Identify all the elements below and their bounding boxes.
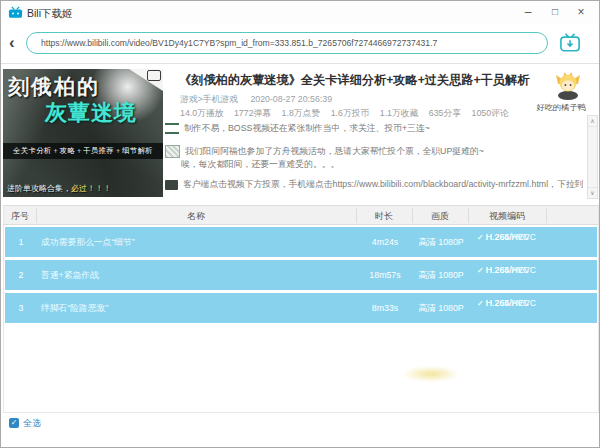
stat-coins: 1.6万投币 — [331, 108, 370, 118]
codec-h265: ✓H.265/HEVC — [477, 298, 486, 309]
description-line: 我们阳间阿福也参加了方舟视频活动，恳请大家帮忙投个票，全职UP挺难的~ — [165, 145, 583, 158]
stat-likes: 1.8万点赞 — [282, 108, 321, 118]
url-toolbar: ‹ https://www.bilibili.com/video/BV1Dy4y… — [1, 25, 599, 64]
thumbnail-logo-icon — [147, 70, 161, 81]
row-duration: 18m57s — [357, 270, 413, 280]
url-input[interactable]: https://www.bilibili.com/video/BV1Dy4y1C… — [26, 32, 548, 54]
codec-h265: ✓H.265/HEVC — [477, 232, 486, 243]
minimize-button[interactable]: – — [519, 4, 537, 20]
thumbnail-footer-left: 进阶单攻略合集， — [7, 184, 71, 193]
table-row[interactable]: 3 绊脚石“险路恶敌” 8m33s 高清 1080P ✓H.264/AVC ✓H… — [5, 293, 597, 323]
row-duration: 8m33s — [357, 303, 413, 313]
table-row[interactable]: 1 成功需要那么一点“细节” 4m24s 高清 1080P ✓H.264/AVC… — [5, 227, 597, 257]
video-category: 游戏>手机游戏 — [180, 94, 238, 104]
header-codec: 视频编码 — [468, 210, 546, 223]
video-meta: 游戏>手机游戏 2020-08-27 20:56:39 — [180, 94, 332, 106]
video-stats: 14.0万播放 1772弹幕 1.8万点赞 1.6万投币 1.1万收藏 635分… — [180, 108, 517, 120]
download-tv-icon[interactable] — [559, 33, 581, 53]
description-line: 唉，每次都阳间，还要一直难受的。。。 — [181, 159, 583, 171]
video-parts-table: 序号 名称 时长 画质 视频编码 1 成功需要那么一点“细节” 4m24s 高清… — [3, 205, 599, 413]
video-date: 2020-08-27 20:56:39 — [250, 94, 332, 104]
select-all-checkbox[interactable]: ✓ — [9, 418, 19, 428]
row-quality: 高清 1080P — [411, 270, 471, 282]
close-button[interactable]: × — [572, 4, 590, 20]
row-index: 2 — [5, 270, 37, 280]
stat-danmaku: 1772弹幕 — [234, 108, 271, 118]
table-row[interactable]: 2 普通+紧急作战 18m57s 高清 1080P ✓H.264/AVC ✓H.… — [5, 260, 597, 290]
maximize-button[interactable]: □ — [546, 4, 564, 20]
row-quality: 高清 1080P — [411, 303, 471, 315]
thumbnail-footer-right: 必过！！！ — [71, 184, 111, 193]
app-title: Bili下载姬 — [27, 7, 73, 21]
uploader-name: 好吃的橘子鸭 — [525, 102, 597, 113]
description-line: 客户端点击视频下方投票，手机端点击https://www.bilibili.co… — [165, 179, 583, 191]
select-all-label[interactable]: 全选 — [23, 417, 41, 430]
scroll-up-icon[interactable]: ∧ — [588, 116, 597, 127]
row-name: 成功需要那么一点“细节” — [41, 237, 341, 249]
url-text: https://www.bilibili.com/video/BV1Dy4y1C… — [41, 38, 537, 48]
stat-plays: 14.0万播放 — [180, 108, 224, 118]
description-line: 制作不易，BOSS视频还在紧张制作当中，求关注、投币+三连~ — [165, 123, 583, 135]
thumbnail-title-line1: 刻俄柏的 — [8, 73, 100, 101]
check-icon: ✓ — [477, 233, 484, 242]
table-header: 序号 名称 时长 画质 视频编码 — [4, 206, 598, 225]
row-index: 1 — [5, 237, 37, 247]
row-index: 3 — [5, 303, 37, 313]
row-name: 绊脚石“险路恶敌” — [41, 303, 341, 315]
stat-comments: 1050评论 — [472, 108, 509, 118]
thumbnail-footer: 进阶单攻略合集，必过！！！ — [7, 183, 111, 194]
back-icon[interactable]: ‹ — [9, 33, 15, 53]
app-window: Bili下载姬 – □ × ‹ https://www.bilibili.com… — [0, 0, 600, 448]
row-duration: 4m24s — [357, 237, 413, 247]
thumbnail-title-line2: 灰蕈迷境 — [45, 98, 137, 128]
uploader-avatar — [550, 70, 586, 100]
bilibili-tv-icon — [8, 6, 23, 19]
header-name: 名称 — [36, 210, 356, 223]
row-name: 普通+紧急作战 — [41, 270, 341, 282]
check-icon: ✓ — [477, 299, 484, 308]
watermark-blur — [402, 366, 460, 382]
video-thumbnail: 刻俄柏的 灰蕈迷境 全关卡分析＋攻略＋干员推荐＋细节解析 进阶单攻略合集，必过！… — [3, 69, 163, 197]
stat-shares: 635分享 — [429, 108, 461, 118]
divider-icon — [165, 123, 179, 134]
titlebar[interactable]: Bili下载姬 – □ × — [1, 1, 599, 25]
header-index: 序号 — [4, 210, 36, 223]
check-icon: ✓ — [477, 266, 484, 275]
stat-favorites: 1.1万收藏 — [380, 108, 419, 118]
scroll-down-icon[interactable]: ∨ — [588, 187, 597, 198]
codec-h265: ✓H.265/HEVC — [477, 265, 486, 276]
thumbnail-banner: 全关卡分析＋攻略＋干员推荐＋细节解析 — [3, 143, 163, 159]
image-icon — [165, 180, 178, 190]
stamp-icon — [165, 145, 180, 158]
header-duration: 时长 — [356, 210, 412, 223]
video-title: 《刻俄柏的灰蕈迷境》全关卡详细分析+攻略+过关思路+干员解析，语音详… — [179, 73, 531, 88]
description-scrollbar[interactable]: ∧ ∨ — [587, 115, 598, 199]
header-quality: 画质 — [412, 210, 468, 223]
row-quality: 高清 1080P — [411, 237, 471, 249]
